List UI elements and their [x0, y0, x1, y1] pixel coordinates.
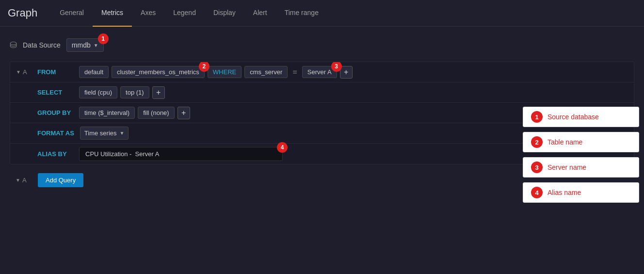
bottom-collapse-icon[interactable]: ▼	[16, 177, 20, 183]
aliasby-label: ALIAS BY	[33, 150, 77, 158]
groupby-add-button[interactable]: +	[177, 107, 190, 119]
datasource-dropdown-wrapper: mmdb ▼ 1	[66, 38, 104, 52]
datasource-badge: 1	[98, 33, 109, 44]
fill-tag[interactable]: fill (none)	[138, 107, 174, 119]
annotation-3-number: 3	[531, 161, 543, 173]
page-title: Graph	[8, 7, 37, 19]
groupby-label: GROUP BY	[33, 109, 77, 116]
server-badge: 3	[331, 62, 342, 72]
select-add-button[interactable]: +	[152, 86, 165, 99]
annotation-1-text: Source database	[547, 113, 599, 121]
annotation-2: 2 Table name	[523, 132, 639, 152]
from-content: default cluster_members_os_metrics 2 WHE…	[77, 66, 634, 79]
annotation-4-text: Alias name	[547, 189, 581, 196]
formatas-chevron-icon: ▼	[120, 130, 125, 136]
header: Graph General Metrics Axes Legend Displa…	[0, 0, 644, 27]
from-label: FROM	[33, 68, 77, 76]
time-interval-tag[interactable]: time ($_interval)	[79, 107, 135, 119]
annotations-panel: 1 Source database 2 Table name 3 Server …	[523, 107, 639, 203]
chevron-down-icon: ▼	[94, 43, 98, 48]
tab-legend[interactable]: Legend	[164, 0, 205, 27]
datasource-row: ⛁ Data Source mmdb ▼ 1	[10, 34, 634, 56]
annotation-1-number: 1	[531, 111, 543, 123]
annotation-2-text: Table name	[547, 138, 582, 146]
add-query-button[interactable]: Add Query	[38, 173, 83, 187]
annotation-3: 3 Server name	[523, 157, 639, 177]
annotation-2-number: 2	[531, 136, 543, 148]
tab-time-range[interactable]: Time range	[276, 0, 327, 27]
row-prefix-from: ▼ A	[10, 68, 33, 76]
database-icon: ⛁	[10, 40, 17, 50]
bottom-prefix: ▼ A	[10, 177, 33, 184]
tab-axes[interactable]: Axes	[132, 0, 164, 27]
from-row: ▼ A FROM default cluster_members_os_metr…	[10, 62, 634, 82]
collapse-icon[interactable]: ▼	[16, 69, 21, 75]
schema-tag[interactable]: default	[79, 66, 109, 78]
server-value-wrapper: Server A 3	[302, 66, 337, 78]
alias-input[interactable]	[79, 147, 283, 161]
datasource-label: Data Source	[23, 41, 61, 49]
tab-display[interactable]: Display	[205, 0, 244, 27]
table-tag-wrapper: cluster_members_os_metrics 2	[112, 66, 205, 78]
where-label: WHERE	[208, 66, 242, 78]
tab-alert[interactable]: Alert	[244, 0, 276, 27]
equals-sign: =	[290, 68, 299, 77]
func-tag[interactable]: top (1)	[120, 86, 149, 98]
formatas-label: FORMAT AS	[33, 129, 78, 137]
select-content: field (cpu) top (1) +	[77, 86, 634, 99]
select-label: SELECT	[33, 89, 77, 96]
tab-general[interactable]: General	[51, 0, 93, 27]
annotation-4-number: 4	[531, 187, 543, 198]
where-field-tag[interactable]: cms_server	[244, 66, 288, 78]
table-tag[interactable]: cluster_members_os_metrics	[112, 66, 205, 78]
annotation-1: 1 Source database	[523, 107, 639, 127]
formatas-value: Time series	[84, 129, 117, 137]
tab-metrics[interactable]: Metrics	[93, 0, 132, 27]
select-row: SELECT field (cpu) top (1) +	[10, 82, 634, 103]
table-badge: 2	[199, 62, 209, 72]
alias-input-wrapper: 4	[79, 147, 283, 161]
annotation-4: 4 Alias name	[523, 182, 639, 203]
formatas-dropdown[interactable]: Time series ▼	[80, 127, 129, 140]
alias-badge: 4	[277, 142, 288, 153]
field-tag[interactable]: field (cpu)	[79, 86, 117, 98]
annotation-3-text: Server name	[547, 163, 586, 171]
